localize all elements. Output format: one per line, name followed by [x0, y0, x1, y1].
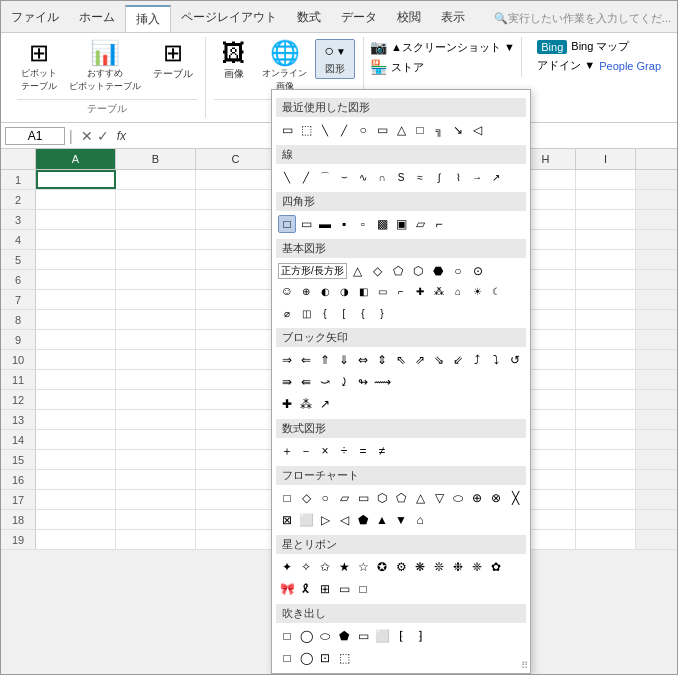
eq2[interactable]: － [297, 442, 315, 460]
line-scribble[interactable]: ⌇ [449, 168, 467, 186]
ba6[interactable]: ⇕ [373, 351, 391, 369]
cell[interactable] [116, 250, 196, 269]
cell[interactable] [36, 250, 116, 269]
online-image-button[interactable]: 🌐 オンライン画像 [258, 39, 311, 95]
ba11[interactable]: ⤴ [468, 351, 486, 369]
cell[interactable] [116, 190, 196, 209]
cell[interactable] [196, 230, 276, 249]
cell[interactable] [576, 350, 636, 369]
fc5[interactable]: ▭ [354, 489, 372, 507]
cell[interactable] [36, 390, 116, 409]
st5[interactable]: ☆ [354, 558, 372, 576]
co6[interactable]: ⬜ [373, 627, 391, 645]
col-header-c[interactable]: C [196, 149, 276, 169]
ba5[interactable]: ⇔ [354, 351, 372, 369]
rect-frame[interactable]: ▣ [392, 215, 410, 233]
basic-brace-l[interactable]: ⌐ [392, 282, 410, 300]
cell[interactable] [576, 450, 636, 469]
cell[interactable] [36, 190, 116, 209]
ba16[interactable]: ⤻ [316, 373, 334, 391]
shape-arrow-diag[interactable]: ↘ [449, 121, 467, 139]
st13[interactable]: 🎀 [278, 580, 296, 598]
co7[interactable]: ⁅ [392, 627, 410, 645]
eq3[interactable]: × [316, 442, 334, 460]
fc2[interactable]: ◇ [297, 489, 315, 507]
ba4[interactable]: ⇓ [335, 351, 353, 369]
eq5[interactable]: = [354, 442, 372, 460]
rect-parallelogram[interactable]: ▱ [411, 215, 429, 233]
cell[interactable] [116, 330, 196, 349]
shape-rect3[interactable]: □ [411, 121, 429, 139]
basic-cross[interactable]: ◐ [316, 282, 334, 300]
cell[interactable] [36, 350, 116, 369]
fc12[interactable]: ⊗ [487, 489, 505, 507]
co12[interactable]: ⬚ [335, 649, 353, 667]
ba14[interactable]: ⇛ [278, 373, 296, 391]
cell[interactable] [116, 350, 196, 369]
cell[interactable] [116, 430, 196, 449]
ba21[interactable]: ⁂ [297, 395, 315, 413]
basic-pie[interactable]: ◑ [335, 282, 353, 300]
cancel-formula-icon[interactable]: ✕ [81, 128, 93, 144]
co10[interactable]: ◯ [297, 649, 315, 667]
co5[interactable]: ▭ [354, 627, 372, 645]
st6[interactable]: ✪ [373, 558, 391, 576]
cell[interactable] [36, 450, 116, 469]
cell[interactable] [36, 510, 116, 529]
cell[interactable] [196, 370, 276, 389]
cell[interactable] [196, 270, 276, 289]
st9[interactable]: ❊ [430, 558, 448, 576]
cell[interactable] [196, 350, 276, 369]
basic-b5[interactable]: { [354, 304, 372, 322]
cell[interactable] [196, 290, 276, 309]
table-button[interactable]: ⊞ テーブル [149, 39, 197, 83]
ba13[interactable]: ↺ [506, 351, 524, 369]
fc9[interactable]: ▽ [430, 489, 448, 507]
cell[interactable] [576, 490, 636, 509]
cell[interactable] [576, 270, 636, 289]
tab-pagelayout[interactable]: ページレイアウト [171, 5, 287, 32]
shape-line2[interactable]: ╱ [335, 121, 353, 139]
basic-triangle[interactable]: △ [349, 262, 367, 280]
line-curve2[interactable]: ⌣ [335, 168, 353, 186]
shape-rect2[interactable]: ⬚ [297, 121, 315, 139]
cell[interactable] [196, 310, 276, 329]
shape-corner[interactable]: ╗ [430, 121, 448, 139]
rect-bevel[interactable]: ▫ [354, 215, 372, 233]
st3[interactable]: ✩ [316, 558, 334, 576]
cell[interactable] [116, 390, 196, 409]
cell[interactable] [196, 210, 276, 229]
cell[interactable] [116, 470, 196, 489]
col-header-b[interactable]: B [116, 149, 196, 169]
cell[interactable] [576, 230, 636, 249]
cell[interactable] [576, 170, 636, 189]
col-header-i[interactable]: I [576, 149, 636, 169]
co1[interactable]: □ [278, 627, 296, 645]
st16[interactable]: ▭ [335, 580, 353, 598]
cell[interactable] [576, 370, 636, 389]
basic-frame[interactable]: ⌂ [449, 282, 467, 300]
line-s[interactable]: S [392, 168, 410, 186]
search-area[interactable]: 🔍 実行したい作業を入力してくだ... [488, 5, 677, 32]
co9[interactable]: □ [278, 649, 296, 667]
co4[interactable]: ⬟ [335, 627, 353, 645]
shape-triangle[interactable]: △ [392, 121, 410, 139]
ba17[interactable]: ⤸ [335, 373, 353, 391]
fc15[interactable]: ⬜ [297, 511, 315, 529]
co8[interactable]: ⁆ [411, 627, 429, 645]
cell[interactable] [196, 490, 276, 509]
cell[interactable] [196, 430, 276, 449]
cell[interactable] [196, 530, 276, 549]
ba9[interactable]: ⇘ [430, 351, 448, 369]
cell[interactable] [36, 410, 116, 429]
shape-tri2[interactable]: ◁ [468, 121, 486, 139]
cell[interactable] [36, 310, 116, 329]
cell[interactable] [36, 490, 116, 509]
fc1[interactable]: □ [278, 489, 296, 507]
st8[interactable]: ❋ [411, 558, 429, 576]
co2[interactable]: ◯ [297, 627, 315, 645]
rect-plain[interactable]: □ [278, 215, 296, 233]
ba18[interactable]: ↬ [354, 373, 372, 391]
cell[interactable] [36, 270, 116, 289]
cell[interactable] [116, 510, 196, 529]
